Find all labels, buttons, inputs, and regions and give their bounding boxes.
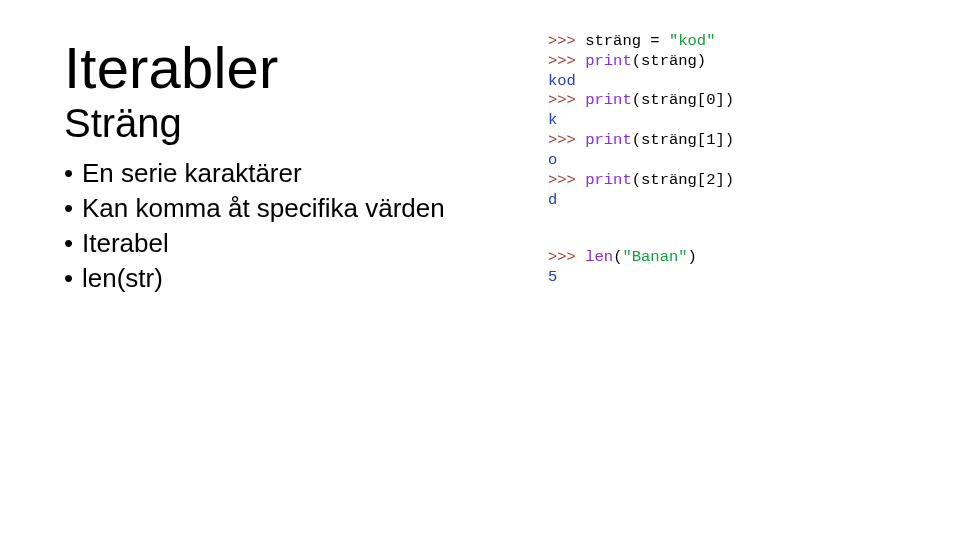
function-name: len — [585, 248, 613, 266]
bullet-item: Kan komma åt specifika värden — [64, 191, 534, 226]
code-text: (sträng) — [632, 52, 706, 70]
text-column: Iterabler Sträng En serie karaktärer Kan… — [64, 38, 534, 296]
repl-prompt: >>> — [548, 131, 585, 149]
code-text: (sträng[0]) — [632, 91, 734, 109]
slide-subtitle: Sträng — [64, 101, 534, 146]
repl-prompt: >>> — [548, 52, 585, 70]
code-text: sträng — [585, 32, 650, 50]
repl-prompt: >>> — [548, 91, 585, 109]
repl-prompt: >>> — [548, 248, 585, 266]
repl-output: o — [548, 151, 557, 169]
repl-prompt: >>> — [548, 171, 585, 189]
function-name: print — [585, 131, 632, 149]
repl-output: k — [548, 111, 557, 129]
function-name: print — [585, 91, 632, 109]
repl-prompt: >>> — [548, 32, 585, 50]
string-literal: "kod" — [669, 32, 716, 50]
code-text: = — [650, 32, 669, 50]
repl-output: 5 — [548, 268, 557, 286]
code-block-string-index: >>> sträng = "kod" >>> print(sträng) kod… — [548, 32, 938, 210]
code-text: ) — [688, 248, 697, 266]
bullet-item: En serie karaktärer — [64, 156, 534, 191]
bullet-item: Iterabel — [64, 226, 534, 261]
slide: Iterabler Sträng En serie karaktärer Kan… — [0, 0, 960, 540]
repl-output: kod — [548, 72, 576, 90]
code-column: >>> sträng = "kod" >>> print(sträng) kod… — [548, 32, 938, 326]
bullet-item: len(str) — [64, 261, 534, 296]
slide-title: Iterabler — [64, 38, 534, 99]
bullet-list: En serie karaktärer Kan komma åt specifi… — [64, 156, 534, 296]
function-name: print — [585, 171, 632, 189]
repl-output: d — [548, 191, 557, 209]
string-literal: "Banan" — [622, 248, 687, 266]
function-name: print — [585, 52, 632, 70]
code-block-len: >>> len("Banan") 5 — [548, 248, 938, 288]
code-text: (sträng[1]) — [632, 131, 734, 149]
code-text: (sträng[2]) — [632, 171, 734, 189]
